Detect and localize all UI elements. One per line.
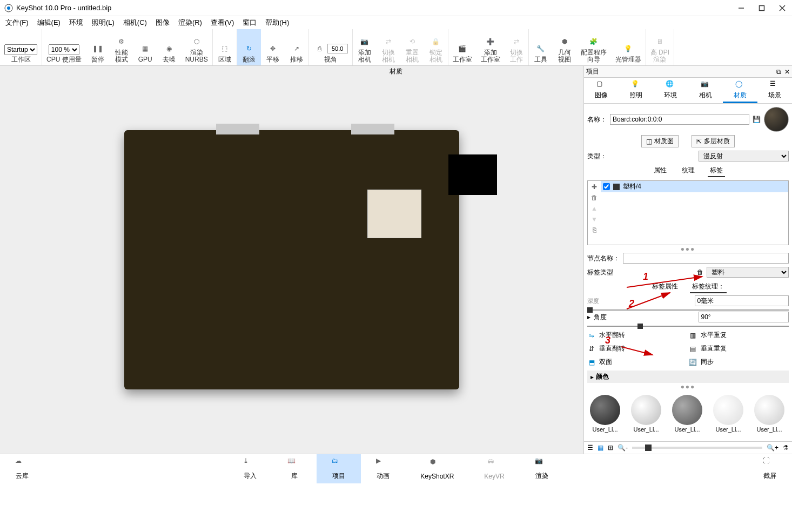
import-button[interactable]: ⤓导入 — [228, 454, 272, 483]
subtab-label[interactable]: 标签 — [708, 165, 725, 177]
color-section[interactable]: ▸颜色 — [587, 371, 789, 383]
render-button[interactable]: 📷渲染 — [520, 454, 564, 483]
close-button[interactable] — [777, 3, 788, 14]
labeltype-select[interactable]: 塑料 — [707, 267, 789, 278]
switch-camera-button[interactable]: ⇄切换 相机 — [377, 29, 400, 65]
keyvr-button[interactable]: 🕶KeyVR — [469, 454, 519, 483]
startup-select[interactable]: Startup — [4, 44, 37, 55]
list-view-icon[interactable]: ☰ — [587, 444, 593, 452]
tools-button[interactable]: 🔧工具 — [529, 29, 553, 65]
material-name-input[interactable] — [610, 114, 749, 125]
delete-icon[interactable]: 🗑 — [591, 194, 598, 201]
library-button[interactable]: 📖库 — [272, 454, 317, 483]
wizard-button[interactable]: 🧩配置程序 向导 — [576, 29, 611, 65]
menu-file[interactable]: 文件(F) — [2, 17, 32, 29]
menu-env[interactable]: 环境 — [66, 17, 86, 29]
zoom-slider[interactable] — [632, 447, 762, 449]
region-button[interactable]: ⬚区域 — [213, 29, 237, 65]
view-angle-input[interactable] — [327, 44, 348, 53]
hidpi-button[interactable]: 🖥高 DPI 渲染 — [646, 29, 674, 65]
angle-input[interactable] — [699, 312, 789, 322]
workspace-button[interactable]: Startup 工作区 — [0, 29, 42, 65]
tab-env[interactable]: 🌐环境 — [653, 78, 688, 103]
nurbs-button[interactable]: ⬡渲染 NURBS — [181, 29, 212, 65]
view-angle-button[interactable]: ⎙ 视角 — [309, 29, 352, 65]
menu-render[interactable]: 渲染(R) — [175, 17, 205, 29]
project-button[interactable]: 🗂项目 — [317, 454, 361, 483]
node-name-input[interactable] — [623, 253, 789, 264]
undock-icon[interactable]: ⧉ — [776, 68, 781, 76]
minimize-button[interactable] — [736, 3, 747, 14]
list-more[interactable]: ●●● — [587, 245, 789, 253]
keyshotxr-button[interactable]: ⬢KeyShotXR — [405, 454, 469, 483]
denoise-button[interactable]: ◉去噪 — [157, 29, 181, 65]
up-icon[interactable]: ▲ — [591, 205, 598, 212]
depth-input[interactable] — [695, 295, 789, 306]
grid-view-icon[interactable]: ▦ — [598, 444, 603, 452]
tab-scene[interactable]: ☰场景 — [757, 78, 792, 103]
cpu-usage-button[interactable]: 100 % CPU 使用量 — [42, 29, 86, 65]
menu-help[interactable]: 帮助(H) — [262, 17, 292, 29]
reset-camera-button[interactable]: ⟲重置 相机 — [400, 29, 424, 65]
tumble-button[interactable]: ↻翻滚 — [237, 29, 261, 65]
panel-close-icon[interactable]: ✕ — [784, 68, 790, 76]
menu-camera[interactable]: 相机(C) — [120, 17, 150, 29]
zoom-out-icon[interactable]: 🔍- — [618, 444, 628, 452]
pause-button[interactable]: ❚❚暂停 — [86, 29, 110, 65]
menu-view[interactable]: 查看(V) — [207, 17, 237, 29]
menu-image[interactable]: 图像 — [152, 17, 173, 29]
detail-view-icon[interactable]: ⊞ — [608, 444, 613, 452]
swatch-item[interactable]: User_Li... — [587, 395, 623, 433]
light-manager-button[interactable]: 💡光管理器 — [611, 29, 646, 65]
swatch-item[interactable]: User_Li... — [710, 395, 746, 433]
tab-lighting[interactable]: 💡照明 — [619, 78, 653, 103]
dolly-button[interactable]: ↗推移 — [285, 29, 308, 65]
swatch-more[interactable]: ●●● — [587, 383, 789, 390]
screenshot-button[interactable]: ⛶截屏 — [748, 454, 792, 483]
menu-lighting[interactable]: 照明(L) — [89, 17, 118, 29]
tab-image[interactable]: ▢图像 — [584, 78, 619, 103]
lock-camera-button[interactable]: 🔒锁定 相机 — [424, 29, 448, 65]
menu-window[interactable]: 窗口 — [239, 17, 260, 29]
perf-button[interactable]: ⚙性能 模式 — [110, 29, 133, 65]
add-icon[interactable]: ✚ — [592, 183, 597, 191]
tab-material[interactable]: ◯材质 — [723, 78, 757, 103]
filter-icon[interactable]: ⚗ — [783, 444, 789, 452]
node-name-label: 节点名称： — [587, 254, 620, 263]
swatch-item[interactable]: User_Li... — [628, 395, 664, 433]
expand-icon[interactable]: ▸ — [587, 313, 590, 321]
swatch-item[interactable]: User_Li... — [669, 395, 705, 433]
zoom-in-icon[interactable]: 🔍+ — [767, 444, 778, 452]
add-camera-button[interactable]: 📷添加 相机 — [353, 29, 377, 65]
viewport[interactable]: 1 2 3 — [0, 66, 583, 454]
gpu-button[interactable]: ▦GPU — [133, 29, 157, 65]
down-icon[interactable]: ▼ — [591, 216, 598, 223]
duplicate-icon[interactable]: ⎘ — [593, 226, 596, 234]
studio-button[interactable]: 🎬工作室 — [448, 29, 476, 65]
menu-edit[interactable]: 编辑(E) — [34, 17, 64, 29]
swatch-ball — [590, 395, 620, 425]
cloud-library-button[interactable]: ☁云库 — [0, 454, 44, 483]
material-graph-button[interactable]: ◫材质图 — [641, 135, 679, 147]
multi-material-button[interactable]: ⇱多层材质 — [692, 135, 735, 147]
type-select[interactable]: 漫反射 — [699, 151, 789, 161]
tab-camera[interactable]: 📷相机 — [688, 78, 723, 103]
material-preview[interactable] — [764, 107, 789, 132]
pan-button[interactable]: ✥平移 — [261, 29, 285, 65]
subtab-prop[interactable]: 属性 — [652, 165, 669, 177]
angle-slider[interactable] — [637, 324, 643, 329]
add-studio-button[interactable]: ➕添加 工作室 — [476, 29, 505, 65]
switch-studio-button[interactable]: ⇄切换 工作 — [505, 29, 528, 65]
save-icon[interactable]: 💾 — [753, 116, 761, 123]
angle-label: 角度 — [594, 313, 607, 322]
type-label: 类型： — [587, 152, 607, 161]
maximize-button[interactable] — [756, 3, 767, 14]
swatch-item[interactable]: User_Li... — [751, 395, 787, 433]
geoview-button[interactable]: ⬢几何 视图 — [553, 29, 576, 65]
depth-slider[interactable] — [587, 307, 593, 313]
zoom-select[interactable]: 100 % — [49, 44, 79, 55]
item-checkbox[interactable] — [603, 183, 610, 190]
animation-button[interactable]: ▶动画 — [361, 454, 405, 483]
list-item[interactable]: 塑料/4 — [601, 181, 788, 192]
subtab-tex[interactable]: 纹理 — [680, 165, 697, 177]
